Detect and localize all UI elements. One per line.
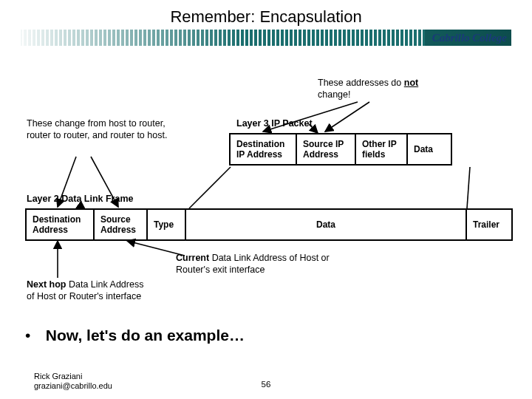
l2-src: Source Address — [94, 209, 147, 240]
college-name: Cabrillo College — [425, 32, 511, 44]
l2-trailer: Trailer — [466, 209, 512, 240]
header-stripes — [21, 30, 425, 46]
note-current: Current Data Link Address of Host or Rou… — [176, 253, 349, 276]
note-next-hop: Next hop Data Link Address of Host or Ro… — [27, 279, 152, 302]
l2-dest: Destination Address — [26, 209, 94, 240]
l3-src-ip: Source IP Address — [296, 134, 355, 165]
page-number: 56 — [262, 380, 271, 389]
note-no-change-pre: These addresses do — [318, 78, 404, 88]
l2-frame-table: Destination Address Source Address Type … — [25, 208, 513, 241]
header-bar: Cabrillo College — [21, 30, 511, 46]
note-no-change-post: change! — [318, 89, 350, 100]
line-encap-right — [467, 167, 470, 208]
slide-title: Remember: Encapsulation — [0, 0, 532, 30]
bullet: • Now, let's do an example… — [25, 327, 245, 344]
note-change: These change from host to router, router… — [27, 118, 171, 141]
footer-email: graziani@cabrillo.edu — [34, 381, 112, 392]
l3-dest-ip: Destination IP Address — [230, 134, 296, 165]
l2-data: Data — [185, 209, 466, 240]
note-next-hop-bold: Next hop — [27, 279, 66, 290]
bullet-text: Now, let's do an example… — [46, 327, 245, 344]
note-no-change: These addresses do not change! — [318, 78, 436, 100]
note-current-bold: Current — [176, 253, 209, 263]
bullet-dot-icon: • — [25, 327, 41, 344]
l3-data: Data — [407, 134, 451, 165]
l3-label: Layer 3 IP Packet — [236, 118, 313, 130]
line-encap-left — [189, 167, 231, 208]
l3-packet-table: Destination IP Address Source IP Address… — [229, 133, 452, 166]
footer-name: Rick Graziani — [34, 372, 112, 382]
l2-type: Type — [147, 209, 185, 240]
footer: Rick Graziani graziani@cabrillo.edu — [34, 372, 112, 392]
note-no-change-bold: not — [404, 78, 418, 88]
l3-other: Other IP fields — [355, 134, 407, 165]
l2-label: Layer 2 Data Link Frame — [27, 194, 134, 205]
arrow-nochange-to-srcip — [325, 102, 369, 132]
